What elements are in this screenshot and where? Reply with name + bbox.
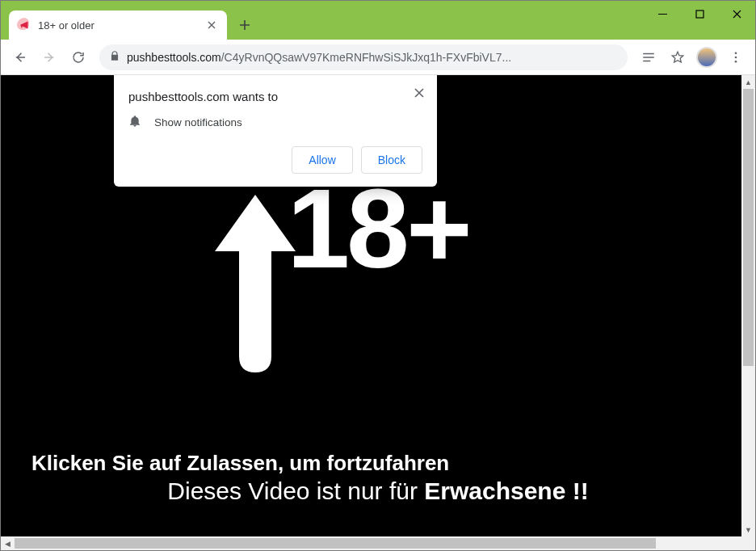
prompt-permission-label: Show notifications — [154, 116, 242, 128]
browser-tab[interactable]: 18+ or older — [9, 11, 227, 40]
window-minimize-button[interactable] — [644, 1, 681, 27]
vertical-scrollbar[interactable]: ▲ ▼ — [741, 75, 755, 536]
prompt-permission-row: Show notifications — [128, 115, 422, 130]
allow-button[interactable]: Allow — [292, 146, 352, 174]
vertical-scroll-thumb[interactable] — [743, 89, 754, 366]
address-bar[interactable]: pushbesttools.com/C4yRvnQQsawV97KmeRNFhw… — [99, 44, 628, 70]
prompt-close-icon[interactable] — [411, 83, 427, 103]
back-button[interactable] — [7, 44, 33, 70]
svg-point-1 — [735, 52, 737, 54]
viewport: 18+ Klicken Sie auf Zulassen, um fortzuf… — [1, 75, 755, 550]
profile-avatar[interactable] — [694, 44, 720, 70]
svg-point-2 — [735, 56, 737, 58]
reader-mode-icon[interactable] — [636, 44, 662, 70]
svg-point-3 — [735, 60, 737, 62]
kebab-menu-icon[interactable] — [723, 44, 749, 70]
scroll-down-icon[interactable]: ▼ — [741, 523, 755, 536]
bookmark-star-icon[interactable] — [665, 44, 691, 70]
reload-button[interactable] — [65, 44, 91, 70]
scroll-left-icon[interactable]: ◀ — [1, 536, 15, 550]
bell-icon — [128, 115, 141, 130]
forward-button[interactable] — [36, 44, 62, 70]
new-tab-button[interactable] — [233, 14, 256, 36]
window-maximize-button[interactable] — [681, 1, 718, 27]
toolbar: pushbesttools.com/C4yRvnQQsawV97KmeRNFhw… — [1, 40, 755, 75]
prompt-origin-text: pushbesttools.com wants to — [128, 90, 422, 103]
svg-rect-0 — [696, 11, 704, 18]
arrow-up-graphic — [227, 195, 284, 356]
titlebar: 18+ or older — [1, 1, 755, 40]
window-close-button[interactable] — [718, 1, 755, 27]
url-path: /C4yRvnQQsawV97KmeRNFhwSiSJkJxq1h-FXvFbi… — [221, 51, 511, 64]
line2-pre: Dieses Video ist nur für — [167, 477, 424, 504]
bottom-text: Klicken Sie auf Zulassen, um fortzufahre… — [1, 451, 755, 505]
scroll-up-icon[interactable]: ▲ — [741, 75, 755, 89]
lock-icon — [109, 50, 120, 65]
browser-window: 18+ or older — [0, 0, 756, 551]
block-button[interactable]: Block — [361, 146, 422, 174]
instruction-line-2: Dieses Video ist nur für Erwachsene !! — [1, 477, 755, 505]
horizontal-scrollbar[interactable]: ◀ ▶ — [1, 536, 755, 550]
scrollbar-corner — [741, 536, 755, 550]
line2-bold: Erwachsene !! — [424, 477, 588, 504]
window-controls — [644, 1, 755, 27]
horizontal-scroll-thumb[interactable] — [15, 538, 656, 549]
url-text: pushbesttools.com/C4yRvnQQsawV97KmeRNFhw… — [127, 51, 618, 64]
notification-permission-prompt: pushbesttools.com wants to Show notifica… — [114, 75, 437, 187]
headline-18plus: 18+ — [1, 172, 755, 285]
tab-favicon — [17, 18, 32, 32]
tab-title: 18+ or older — [38, 19, 204, 32]
url-host: pushbesttools.com — [127, 51, 221, 64]
prompt-actions: Allow Block — [128, 146, 422, 174]
instruction-line-1: Klicken Sie auf Zulassen, um fortzufahre… — [1, 451, 755, 476]
tab-close-icon[interactable] — [204, 17, 219, 33]
